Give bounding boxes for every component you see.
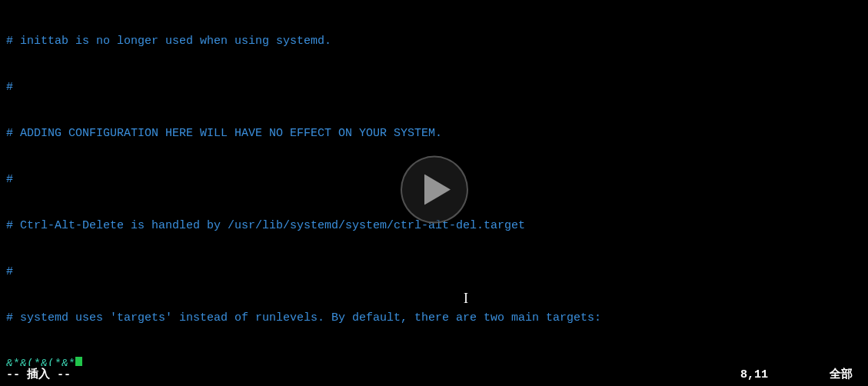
video-play-button[interactable] <box>401 156 468 224</box>
play-icon <box>424 175 451 205</box>
svg-marker-0 <box>424 175 451 205</box>
file-line: # inittab is no longer used when using s… <box>6 34 862 49</box>
file-line: &*&(*&(*&* <box>6 357 862 366</box>
file-line: # <box>6 80 862 95</box>
file-line: # ADDING CONFIGURATION HERE WILL HAVE NO… <box>6 126 862 141</box>
mouse-text-cursor: I <box>464 291 468 306</box>
text-segment: &*&(*&(*&* <box>6 358 75 366</box>
file-line: # <box>6 265 862 280</box>
insert-cursor <box>75 357 82 366</box>
vim-status-bar: -- 插入 -- 8,11 全部 <box>6 368 862 383</box>
file-line: # systemd uses 'targets' instead of runl… <box>6 311 862 326</box>
mode-indicator: -- 插入 -- <box>6 368 71 383</box>
scroll-position: 全部 <box>830 368 853 383</box>
cursor-position: 8,11 <box>740 368 768 383</box>
